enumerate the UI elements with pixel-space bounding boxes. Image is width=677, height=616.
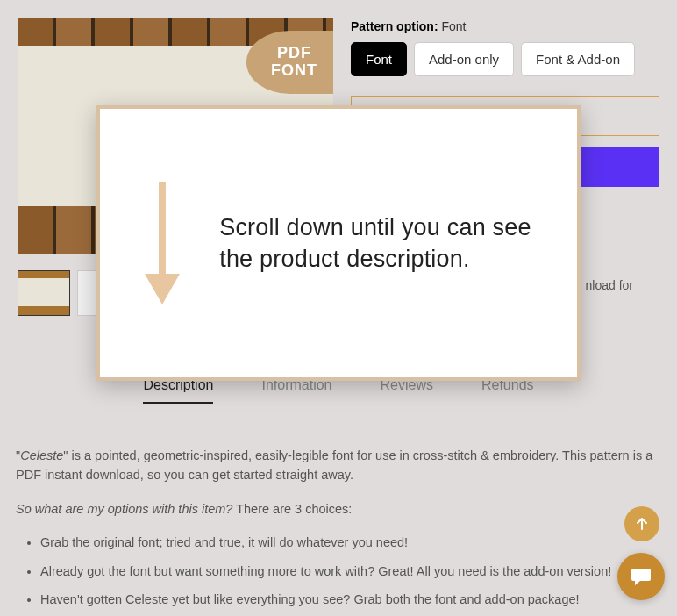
product-description: "Celeste" is a pointed, geometric-inspir…	[0, 411, 677, 616]
option-font-addon[interactable]: Font & Add-on	[521, 42, 635, 76]
tab-reviews[interactable]: Reviews	[381, 377, 433, 404]
tab-description[interactable]: Description	[143, 377, 213, 404]
desc-options-line: So what are my options with this item? T…	[16, 499, 661, 519]
overlay-text: Scroll down until you can see the produc…	[219, 211, 537, 276]
chat-icon	[630, 565, 652, 588]
arrow-up-icon	[634, 516, 650, 532]
pattern-option-group: Font Add-on only Font & Add-on	[351, 42, 659, 76]
option-font[interactable]: Font	[351, 42, 407, 76]
scroll-to-top-button[interactable]	[624, 506, 659, 541]
list-item: Already got the font but want something …	[40, 562, 661, 581]
product-tabs: Description Information Reviews Refunds	[0, 377, 677, 411]
pattern-option-value: Font	[441, 19, 466, 33]
tab-information[interactable]: Information	[261, 377, 331, 404]
tab-refunds[interactable]: Refunds	[481, 377, 534, 404]
pattern-option-label: Pattern option: Font	[351, 19, 659, 33]
pdf-font-badge: PDF FONT	[246, 31, 333, 94]
badge-line1: PDF	[271, 45, 317, 62]
chat-button[interactable]	[617, 553, 665, 600]
badge-line2: FONT	[271, 62, 317, 80]
list-item: Grab the original font; tried and true, …	[40, 533, 661, 552]
svg-marker-1	[145, 274, 180, 304]
desc-bullets: Grab the original font; tried and true, …	[16, 533, 661, 609]
list-item: Haven't gotten Celeste yet but like ever…	[40, 590, 661, 609]
instruction-overlay: Scroll down until you can see the produc…	[96, 105, 581, 381]
desc-intro: "Celeste" is a pointed, geometric-inspir…	[16, 446, 661, 485]
option-addon-only[interactable]: Add-on only	[414, 42, 514, 76]
thumbnail-1[interactable]	[18, 270, 70, 316]
down-arrow-icon	[140, 177, 184, 309]
